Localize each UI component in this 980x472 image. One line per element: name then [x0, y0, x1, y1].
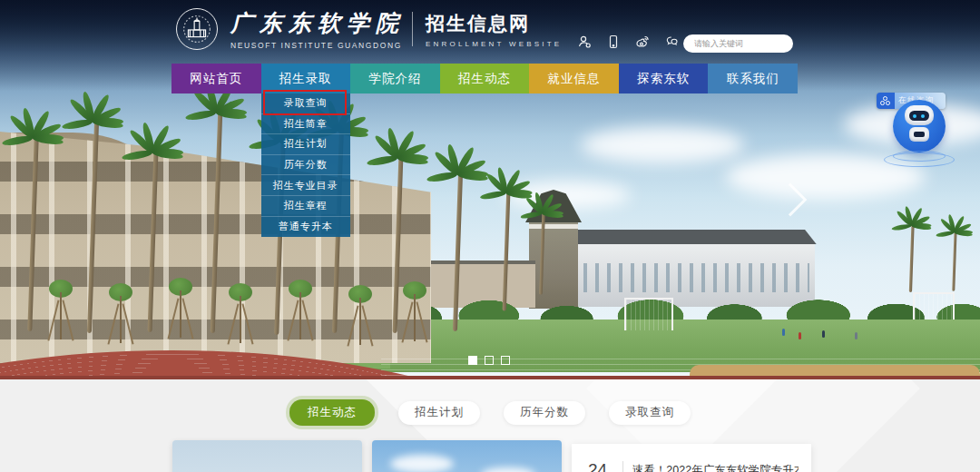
weibo-icon[interactable] [635, 34, 650, 49]
admissions-dropdown-menu: 录取查询招生简章招生计划历年分数招生专业目录招生章程普通专升本 [261, 93, 351, 237]
chat-assistant-widget[interactable]: 在线咨询 [873, 89, 964, 175]
soccer-goal [624, 298, 673, 330]
soccer-goal [913, 292, 955, 320]
carousel-dots [468, 356, 510, 365]
site-header: 广东东软学院 NEUSOFT INSTITUTE GUANGDONG 招生信息网… [0, 0, 980, 62]
nav-tab-contact[interactable]: 联系我们 [708, 64, 798, 93]
person [799, 332, 801, 339]
main-nav: 网站首页招生录取学院介绍招生动态就业信息探索东软联系我们 [172, 64, 798, 93]
section-tab-admission-query[interactable]: 录取查询 [609, 401, 691, 425]
news-title: 速看！2022年广东东软学院专升本招生 [632, 463, 799, 472]
news-item[interactable]: 24速看！2022年广东东软学院专升本招生 [572, 444, 811, 472]
search-input[interactable] [694, 39, 800, 48]
logo-group[interactable]: 广东东软学院 NEUSOFT INSTITUTE GUANGDONG 招生信息网… [176, 8, 562, 50]
neusoft-logo-icon [877, 93, 895, 109]
nav-tab-admissions[interactable]: 招生录取 [261, 64, 351, 93]
header-icon-row [577, 34, 679, 49]
school-name-cn: 广东东软学院 [230, 8, 405, 38]
dropdown-item-zhuanshengben[interactable]: 普通专升本 [261, 217, 351, 238]
dropdown-item-charter[interactable]: 招生章程 [261, 196, 351, 217]
nav-tab-college-intro[interactable]: 学院介绍 [350, 64, 440, 93]
dropdown-item-plan[interactable]: 招生计划 [261, 134, 351, 155]
person [855, 332, 858, 339]
nav-tab-explore[interactable]: 探索东软 [619, 64, 709, 93]
lower-section: 招生动态招生计划历年分数录取查询 24速看！2022年广东东软学院专升本招生 [0, 379, 980, 472]
nav-tab-home[interactable]: 网站首页 [172, 64, 261, 93]
news-photo-card-1[interactable] [172, 440, 362, 472]
dropdown-item-major-catalog[interactable]: 招生专业目录 [261, 175, 351, 196]
wechat-icon[interactable] [664, 34, 679, 49]
section-tab-bar: 招生动态招生计划历年分数录取查询 [0, 399, 980, 426]
news-day: 24 [588, 460, 613, 472]
assistant-ring [893, 151, 946, 162]
carousel-dot-1[interactable] [485, 356, 494, 365]
person [822, 330, 825, 338]
logo-divider [412, 12, 413, 46]
site-title-cn: 招生信息网 [426, 11, 562, 36]
nav-tab-admission-news[interactable]: 招生动态 [440, 64, 530, 93]
highlight-annotation-box [263, 90, 347, 115]
dropdown-item-brochure[interactable]: 招生简章 [261, 114, 351, 135]
carousel-dot-0[interactable] [468, 356, 477, 365]
robot-body [909, 127, 929, 142]
section-tab-admission-news[interactable]: 招生动态 [289, 399, 375, 426]
section-tab-past-scores[interactable]: 历年分数 [504, 401, 585, 425]
carousel-dot-2[interactable] [501, 356, 510, 365]
search-box[interactable] [683, 34, 793, 53]
mobile-icon[interactable] [606, 34, 621, 49]
news-divider [622, 461, 623, 472]
news-list-card: 24速看！2022年广东东软学院专升本招生 [572, 444, 811, 472]
page: 广东东软学院 NEUSOFT INSTITUTE GUANGDONG 招生信息网… [0, 0, 980, 472]
dropdown-item-admission-query[interactable]: 录取查询 [261, 93, 351, 114]
robot-avatar[interactable] [893, 100, 946, 152]
site-title-en: ENROLLMENT WEBSITE [426, 40, 562, 48]
person [782, 329, 785, 336]
robot-head [905, 105, 934, 125]
school-seal-logo [176, 8, 218, 50]
dropdown-item-past-scores[interactable]: 历年分数 [261, 155, 351, 176]
nav-tab-employment[interactable]: 就业信息 [529, 64, 619, 93]
cloud [581, 127, 744, 163]
user-icon[interactable] [577, 34, 592, 49]
section-tab-plan[interactable]: 招生计划 [398, 401, 480, 425]
school-name-en: NEUSOFT INSTITUTE GUANGDONG [230, 41, 405, 50]
news-photo-card-2[interactable] [372, 440, 562, 472]
